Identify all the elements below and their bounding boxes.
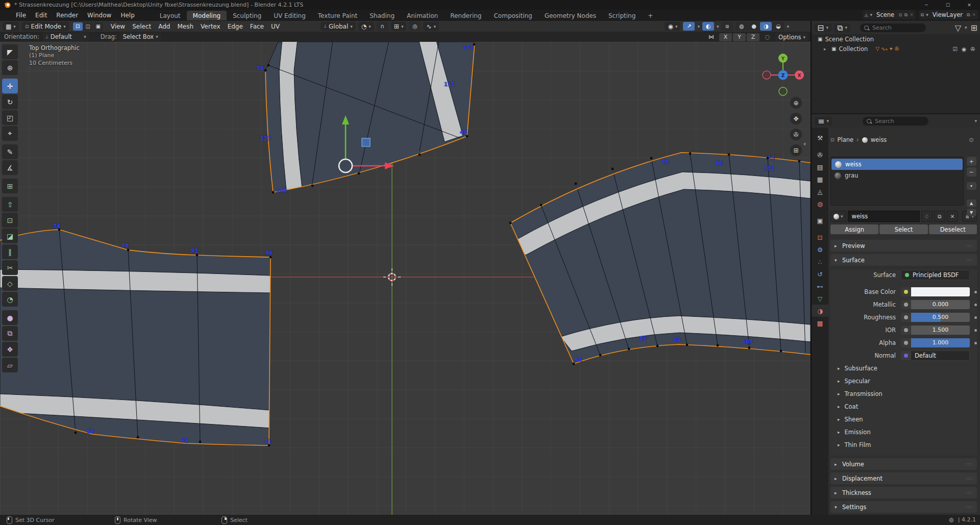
tool-button[interactable]: ● xyxy=(2,310,18,325)
material-action-button[interactable]: Assign xyxy=(830,224,878,234)
decorator-dot-icon[interactable] xyxy=(974,342,977,344)
properties-tab[interactable]: ▽ xyxy=(812,292,828,305)
chevron-down-icon[interactable]: ▾ xyxy=(717,24,719,29)
wireframe-shading-button[interactable]: ◍ xyxy=(736,22,747,31)
mirror-icon[interactable]: ⋈ xyxy=(705,33,717,41)
mirror-axis-button[interactable]: Y xyxy=(733,33,746,41)
base-color-swatch[interactable] xyxy=(911,287,970,296)
chevron-down-icon[interactable]: ▾ xyxy=(870,12,873,17)
chevron-down-icon[interactable]: ▾ xyxy=(965,25,967,30)
header-menu-item[interactable]: Select xyxy=(129,22,155,31)
snap-base-icon[interactable]: ◌ xyxy=(762,33,773,41)
header-menu-item[interactable]: Edge xyxy=(224,22,247,31)
proportional-edit-toggle[interactable]: ◎ xyxy=(409,22,421,31)
transform-orientation-dropdown[interactable]: ⟂ Global ▾ xyxy=(321,22,356,31)
drag-dropdown[interactable]: Select Box ▾ xyxy=(120,33,161,41)
solid-shading-button[interactable]: ● xyxy=(748,22,760,31)
tool-button[interactable]: ◔ xyxy=(2,292,18,307)
ior-slider[interactable]: 1.500 xyxy=(901,326,970,335)
viewlayer-name[interactable]: ViewLayer xyxy=(930,11,965,18)
workspace-tab[interactable]: Shading xyxy=(363,11,401,20)
close-icon[interactable]: ✕ xyxy=(910,12,914,17)
shader-sub-panel[interactable]: ▸ Coat xyxy=(838,402,977,412)
material-slot-row[interactable]: weiss xyxy=(831,159,963,170)
menubar-item[interactable]: Help xyxy=(116,11,139,20)
properties-tab[interactable]: ◬ xyxy=(812,185,828,197)
mesh-road-top[interactable] xyxy=(264,42,476,193)
face-select-button[interactable]: ▣ xyxy=(93,22,103,31)
window-button[interactable]: ─ xyxy=(916,0,937,10)
ortho-toggle-button[interactable]: ⊞ xyxy=(790,144,802,156)
header-menu-item[interactable]: Add xyxy=(155,22,174,31)
properties-panel-header[interactable]: ▸ Displacement ∷∷ xyxy=(830,472,977,484)
properties-tab[interactable]: ⚒ xyxy=(812,132,828,144)
preview-panel-header[interactable]: ▸ Preview ∷∷ xyxy=(830,240,977,252)
window-button[interactable]: ☐ xyxy=(937,0,959,10)
xray-toggle[interactable]: ⧈ xyxy=(721,22,733,31)
properties-editor-dropdown[interactable]: ≡▾ xyxy=(815,117,832,126)
workspace-tab[interactable]: + xyxy=(642,11,659,20)
material-name-field[interactable]: weiss xyxy=(848,211,920,222)
panel-drag-handle[interactable]: ∷∷ xyxy=(966,243,973,248)
slot-specials-button[interactable]: ▾ xyxy=(967,182,976,190)
shader-sub-panel[interactable]: ▸ Sheen xyxy=(838,414,977,424)
decorator-dot-icon[interactable] xyxy=(974,304,977,306)
workspace-tab[interactable]: Rendering xyxy=(444,11,487,20)
properties-panel-header[interactable]: ▸ Thickness ∷∷ xyxy=(830,487,977,498)
workspace-tab[interactable]: Animation xyxy=(401,11,444,20)
outliner-search-input[interactable] xyxy=(871,24,922,32)
workspace-tab[interactable]: Texture Paint xyxy=(312,11,363,20)
shader-sub-panel[interactable]: ▸ Transmission xyxy=(838,389,977,399)
properties-tab[interactable]: ▤ xyxy=(812,161,828,173)
header-menu-item[interactable]: Mesh xyxy=(174,22,197,31)
rendered-shading-button[interactable]: ◒ xyxy=(772,22,784,31)
decorator-dot-icon[interactable] xyxy=(974,329,977,332)
visibility-toggle-icon[interactable]: ✇ xyxy=(970,46,975,52)
pan-button[interactable]: ✥ xyxy=(790,113,802,124)
tool-button[interactable]: ✎ xyxy=(2,144,18,159)
header-menu-item[interactable]: Vertex xyxy=(197,22,224,31)
surface-shader-menu[interactable]: Principled BSDF xyxy=(901,270,970,280)
breadcrumb-object[interactable]: Plane xyxy=(838,136,854,143)
unlink-icon[interactable]: ✕ xyxy=(947,211,958,222)
workspace-tab[interactable]: Sculpting xyxy=(227,11,267,20)
tool-button[interactable]: ◤ xyxy=(2,44,18,59)
mode-label[interactable]: Edit Mode xyxy=(31,23,61,30)
panel-drag-handle[interactable]: ∷∷ xyxy=(966,505,973,510)
properties-panel-header[interactable]: ▾ Settings ∷∷ xyxy=(830,501,977,513)
tool-button[interactable]: ∥ xyxy=(2,244,18,259)
properties-tab[interactable]: ⊡ xyxy=(812,231,828,243)
panel-drag-handle[interactable]: ∷∷ xyxy=(966,462,973,467)
snap-settings-dropdown[interactable]: ⊞ ▾ xyxy=(391,22,407,31)
outliner-search[interactable] xyxy=(860,23,926,32)
properties-tab[interactable]: ↺ xyxy=(812,268,828,280)
menubar-item[interactable]: Render xyxy=(52,11,83,20)
scene-selector[interactable]: ◬ ▾ Scene ⊙ ⧉ ✕ xyxy=(863,10,916,19)
header-menu-item[interactable]: Face xyxy=(247,22,267,31)
pin-icon[interactable]: ⊙ xyxy=(898,12,902,17)
snap-toggle[interactable]: ∩ xyxy=(377,22,388,31)
properties-search[interactable] xyxy=(863,117,928,126)
tool-button[interactable]: ✛ xyxy=(2,79,18,93)
options-dropdown[interactable]: Options ▾ xyxy=(775,33,808,41)
properties-search-input[interactable] xyxy=(874,117,924,125)
new-collection-icon[interactable]: ⊞ xyxy=(971,23,977,33)
outliner-row-scene-collection[interactable]: ▣ Scene Collection xyxy=(812,34,980,44)
tool-button[interactable]: ◇ xyxy=(2,276,18,291)
mesh-road-left[interactable] xyxy=(0,229,272,447)
panel-drag-handle[interactable]: ∷∷ xyxy=(966,258,973,263)
pivot-point-dropdown[interactable]: ◔ ▾ xyxy=(358,22,374,31)
scene-name[interactable]: Scene xyxy=(874,11,896,18)
shader-sub-panel[interactable]: ▸ Emission xyxy=(838,427,977,437)
shader-sub-panel[interactable]: ▸ Thin Film xyxy=(838,440,977,450)
outliner-display-dropdown[interactable]: ⊟▾ xyxy=(814,23,831,32)
gizmo-toggle[interactable]: ↗ xyxy=(683,22,695,31)
properties-tab[interactable]: ⚙ xyxy=(812,243,828,256)
window-button[interactable]: ✕ xyxy=(959,0,980,10)
base-color-widget[interactable] xyxy=(901,287,970,296)
tool-button[interactable]: ◪ xyxy=(2,229,18,243)
visibility-dropdown[interactable]: ◉ ▾ xyxy=(665,22,680,31)
properties-panel-header[interactable]: ▸ Volume ∷∷ xyxy=(830,458,977,470)
overlays-toggle[interactable]: ◐ xyxy=(702,22,714,31)
properties-tab[interactable]: ▦ xyxy=(812,173,828,185)
